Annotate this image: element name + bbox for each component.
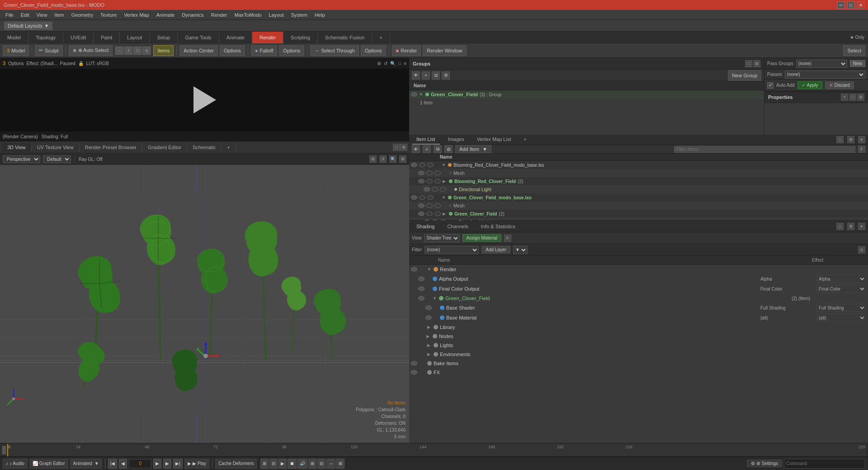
menu-animate[interactable]: Animate [153,11,178,19]
shader-finalcolor-row[interactable]: Final Color Output Final Color Final Col… [409,284,868,294]
menu-help[interactable]: Help [311,11,329,19]
tab-channels[interactable]: Channels [443,222,472,231]
tab-vp-add[interactable]: + [222,143,236,152]
shader-nodes-row[interactable]: ▶ Nodes [409,332,868,341]
menu-geometry[interactable]: Geometry [68,11,97,19]
menu-system[interactable]: System [287,11,311,19]
sh-lights-expand[interactable]: ▶ [427,343,432,348]
menu-item[interactable]: Item [51,11,67,19]
vertex-mode[interactable]: · [115,47,123,55]
timeline-track[interactable]: 0 24 48 72 96 120 144 168 192 216 225 0 [7,444,866,456]
item-row-5[interactable]: ▼ Green_Clover_Field_modo_base.lxo [409,193,868,202]
tab-schematic[interactable]: Schematic Fusion [318,32,372,43]
tab-topology[interactable]: Topology [28,32,63,43]
filter-items-input[interactable] [674,146,856,153]
sh-expand-btn[interactable]: □ [836,223,844,230]
item-row-2[interactable]: Mesh [409,169,868,177]
prev-frame-btn[interactable]: ◀ [119,459,127,469]
tab-gametools[interactable]: Game Tools [178,32,219,43]
groups-settings-btn[interactable]: ⚙ [753,60,760,67]
render-window-btn[interactable]: Render Window [423,45,466,56]
audio-btn[interactable]: ♪ ♪ Audio [3,459,28,469]
command-field[interactable] [786,461,863,466]
props-plus-btn[interactable]: + [841,94,848,101]
sh-alpha-dropdown[interactable]: Alpha [816,275,866,283]
il-gear-btn[interactable]: ⚙ [444,145,453,153]
item-mode[interactable]: ◇ [142,47,151,55]
props-expand-btn[interactable]: □ [849,94,856,101]
tc9[interactable]: ⊞ [336,459,344,469]
tab-setup[interactable]: Setup [150,32,178,43]
next-key-btn[interactable]: ▶| [173,459,183,469]
select-btn[interactable]: Select [843,45,865,56]
tab-model[interactable]: Model [0,32,28,43]
item1-expand[interactable]: ▼ [442,163,446,167]
eye-btn[interactable]: 👁 [412,71,420,80]
options3-btn[interactable]: Options [361,45,386,56]
shader-fx-row[interactable]: FX [409,368,868,377]
vp-more-btn[interactable]: ⚙ [399,155,406,163]
render-icon3[interactable]: 🔍 [390,61,396,66]
vp-expand-btn[interactable]: □ [393,144,400,151]
il-f-btn[interactable]: F [858,146,865,153]
apply-btn[interactable]: ✓ Apply [797,81,822,89]
options2-btn[interactable]: Options [279,45,304,56]
tab-uvtexture[interactable]: UV Texture View [32,143,80,152]
menu-render[interactable]: Render [207,11,231,19]
menu-layout[interactable]: Layout [265,11,287,19]
tab-paint[interactable]: Paint [94,32,120,43]
menu-edit[interactable]: Edit [17,11,33,19]
vp-cam-btn[interactable]: ⚙ [369,155,377,163]
item7-expand[interactable]: ▶ [443,212,447,216]
shading-dropdown[interactable]: Default [43,155,71,163]
il-eye-btn[interactable]: 👁 [412,145,420,153]
items-btn[interactable]: Items [153,45,174,56]
poly-mode[interactable]: □ [133,47,142,55]
sh-gcf-expand[interactable]: ▼ [433,296,437,301]
item-row-1[interactable]: ▼ Blooming_Red_Clover_Field_modo_base.lx… [409,161,868,169]
tab-renderpreset[interactable]: Render Preset Browser [80,143,142,152]
cache-btn[interactable]: Cache Deformers [215,459,257,469]
render-icon5[interactable]: ≡ [404,61,406,66]
play-button[interactable] [193,86,216,113]
tc5[interactable]: 🔊 [297,459,307,469]
tab-images[interactable]: Images [443,135,469,145]
graph-editor-btn[interactable]: 📈 Graph Editor [29,459,68,469]
options1-btn[interactable]: Options [220,45,245,56]
filter-dropdown[interactable]: (none) [425,246,479,254]
layout-selector[interactable]: Default Layouts ▼ [4,21,53,30]
menu-texture[interactable]: Texture [97,11,120,19]
gear-btn[interactable]: ⚙ [442,71,450,80]
render-icon1[interactable]: ⚙ [377,61,381,66]
tab-layout[interactable]: Layout [120,32,150,43]
sh-finalcolor-dropdown[interactable]: Final Color [816,285,866,293]
tc7[interactable]: ⊟ [317,459,326,469]
tab-render[interactable]: Render [252,32,283,43]
tc6[interactable]: ⊞ [308,459,316,469]
shader-alpha-row[interactable]: Alpha Output Alpha Alpha [409,274,868,284]
sh-s-btn[interactable]: S [858,246,865,254]
tab-3dview[interactable]: 3D View [2,143,32,152]
passes-dropdown[interactable]: (none) [785,70,865,79]
sh-render-expand[interactable]: ▼ [427,267,432,272]
falloff-btn[interactable]: ● Falloff [251,45,277,56]
sh-bs-dropdown[interactable]: Full Shading [816,304,866,312]
tab-add[interactable]: + [372,32,390,43]
render-btn[interactable]: ■ Render [392,45,421,56]
il-copy-btn[interactable]: ⧉ [434,145,442,153]
current-frame-input[interactable] [129,459,151,468]
tab-info-stats[interactable]: Info & Statistics [476,222,520,231]
props-settings-btn[interactable]: ⚙ [857,94,864,101]
shader-basematerial-row[interactable]: Base Material (all) (all) [409,313,868,323]
sh-settings-btn[interactable]: ⚙ [847,223,854,230]
menu-file[interactable]: File [2,11,17,19]
shader-lights-row[interactable]: ▶ Lights [409,341,868,350]
sh-nodes-expand[interactable]: ▶ [426,334,431,338]
add-layer-type-dropdown[interactable]: ▼ [513,246,528,254]
tc8[interactable]: ↔ [326,459,335,469]
assign-material-btn[interactable]: Assign Material [462,234,501,242]
il-settings-btn[interactable]: ⚙ [847,136,854,143]
copy-btn[interactable]: ⧉ [432,71,440,80]
shader-baseshader-row[interactable]: Base Shader Full Shading Full Shading [409,303,868,313]
menu-view[interactable]: View [33,11,51,19]
